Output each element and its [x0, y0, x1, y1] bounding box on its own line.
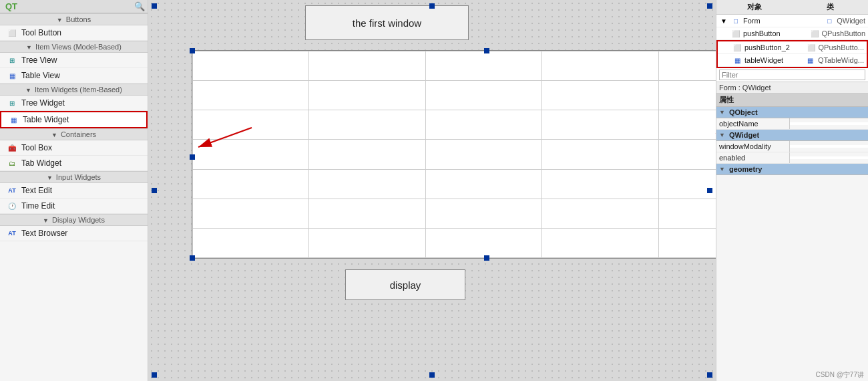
props-key-windowmodality: windowModality — [716, 141, 790, 152]
pushbutton2-type: QPushButto... — [819, 43, 864, 51]
right-panel-header: 对象 类 — [716, 0, 868, 15]
tree-row-tablewidget[interactable]: ▦ tableWidget ▦ QTableWidg... — [718, 54, 867, 67]
handle-tc[interactable] — [429, 3, 435, 9]
main-canvas: the first window display — [148, 0, 716, 381]
category-display-widgets: ▼ Display Widgets — [0, 214, 148, 226]
object-tree: ▼ □ Form □ QWidget ⬜ pushButton ⬜ QPushB… — [716, 15, 868, 68]
tablewidget-type-icon: ▦ — [806, 55, 815, 65]
sidebar-item-tool-box[interactable]: 🧰 Tool Box — [0, 140, 148, 156]
handle-ml[interactable] — [152, 188, 157, 193]
sidebar-item-text-browser[interactable]: AT Text Browser — [0, 226, 148, 241]
sidebar-item-text-edit[interactable]: AT Text Edit — [0, 183, 148, 199]
properties-label: 属性 — [716, 94, 868, 107]
props-value-objectname[interactable] — [790, 122, 868, 125]
right-header-col1: 对象 — [716, 0, 793, 14]
props-row-enabled: enabled — [716, 152, 868, 164]
qt-logo: QT — [3, 1, 20, 11]
handle-bl[interactable] — [152, 372, 157, 378]
search-icon[interactable]: 🔍 — [134, 1, 145, 11]
pushbutton-type: QPushButton — [822, 29, 865, 37]
props-value-enabled[interactable] — [790, 156, 868, 159]
pushbutton-type-icon: ⬜ — [810, 29, 819, 38]
sidebar-item-table-view[interactable]: ▦ Table View — [0, 68, 148, 84]
tablewidget-type: QTableWidg... — [818, 56, 864, 64]
category-item-views: ▼ Item Views (Model-Based) — [0, 41, 148, 53]
filter-input[interactable] — [719, 70, 865, 80]
qobject-header: ▼ QObject — [716, 107, 868, 118]
category-buttons: ▼ Buttons — [0, 13, 148, 25]
form-expand-icon: ▼ — [719, 16, 728, 25]
table-widget[interactable] — [192, 50, 716, 259]
props-key-objectname: objectName — [716, 118, 790, 129]
geometry-header: ▼ geometry — [716, 164, 868, 175]
handle-bc[interactable] — [429, 372, 435, 378]
tree-row-pushbutton2[interactable]: ⬜ pushButton_2 ⬜ QPushButto... — [718, 41, 867, 54]
table-handle-bc[interactable] — [484, 255, 489, 261]
sidebar-header: QT 🔍 — [0, 0, 148, 13]
props-row-objectname: objectName — [716, 118, 868, 130]
sidebar-item-tool-button[interactable]: ⬜ Tool Button — [0, 25, 148, 41]
sidebar-item-tree-view[interactable]: ⊞ Tree View — [0, 53, 148, 68]
pushbutton2-label: pushButton_2 — [744, 43, 804, 51]
time-edit-icon: 🕐 — [7, 201, 17, 211]
tree-view-icon: ⊞ — [7, 55, 17, 66]
sidebar-item-tab-widget[interactable]: 🗂 Tab Widget — [0, 156, 148, 171]
form-qwidget-label: Form : QWidget — [716, 82, 868, 94]
right-header-col2: 类 — [793, 0, 869, 14]
tab-widget-icon: 🗂 — [7, 158, 17, 168]
text-edit-icon: AT — [7, 185, 17, 196]
handle-br[interactable] — [707, 372, 712, 378]
props-key-enabled: enabled — [716, 152, 790, 163]
form-label: Form — [743, 17, 822, 25]
watermark: CSDN @宁77讲 — [716, 369, 868, 381]
first-window-button[interactable]: the first window — [305, 5, 469, 40]
handle-tr[interactable] — [707, 3, 712, 9]
sidebar: QT 🔍 ▼ Buttons ⬜ Tool Button ▼ Item View… — [0, 0, 148, 381]
form-type: QWidget — [837, 17, 865, 25]
category-input-widgets: ▼ Input Widgets — [0, 171, 148, 183]
highlight-box-right: ⬜ pushButton_2 ⬜ QPushButto... ▦ tableWi… — [716, 40, 868, 68]
tool-button-icon: ⬜ — [7, 27, 17, 38]
display-button[interactable]: display — [345, 269, 465, 300]
table-widget-icon: ▦ — [8, 114, 19, 125]
table-handle-ml[interactable] — [190, 154, 195, 160]
tree-widget-icon: ⊞ — [7, 98, 17, 108]
filter-row — [716, 68, 868, 82]
pushbutton2-icon: ⬜ — [732, 43, 742, 52]
props-value-windowmodality[interactable] — [790, 145, 868, 148]
tree-row-pushbutton[interactable]: ⬜ pushButton ⬜ QPushButton — [716, 27, 868, 40]
pushbutton2-type-icon: ⬜ — [807, 43, 816, 52]
qwidget-header: ▼ QWidget — [716, 130, 868, 141]
tool-box-icon: 🧰 — [7, 142, 17, 153]
category-item-widgets: ▼ Item Widgets (Item-Based) — [0, 84, 148, 96]
tablewidget-label: tableWidget — [744, 56, 803, 64]
handle-mr[interactable] — [707, 188, 712, 193]
right-panel: 对象 类 ▼ □ Form □ QWidget ⬜ pushButton ⬜ Q… — [716, 0, 868, 381]
handle-tl[interactable] — [152, 3, 157, 9]
table-handle-tc[interactable] — [484, 48, 489, 53]
sidebar-item-tree-widget[interactable]: ⊞ Tree Widget — [0, 96, 148, 111]
text-browser-icon: AT — [7, 228, 17, 239]
pushbutton-label: pushButton — [743, 29, 807, 37]
category-containers: ▼ Containers — [0, 128, 148, 140]
table-handle-tl[interactable] — [190, 48, 195, 53]
tree-row-form[interactable]: ▼ □ Form □ QWidget — [716, 15, 868, 27]
tablewidget-icon: ▦ — [732, 55, 742, 65]
form-widget-icon: □ — [731, 16, 740, 25]
table-handle-bl[interactable] — [190, 255, 195, 261]
form-type-icon: □ — [825, 16, 834, 25]
table-grid — [192, 51, 716, 258]
sidebar-item-table-widget[interactable]: ▦ Table Widget — [0, 111, 148, 128]
sidebar-item-time-edit[interactable]: 🕐 Time Edit — [0, 199, 148, 214]
props-row-windowmodality: windowModality — [716, 141, 868, 152]
pushbutton-icon: ⬜ — [731, 29, 740, 38]
table-view-icon: ▦ — [7, 70, 17, 81]
